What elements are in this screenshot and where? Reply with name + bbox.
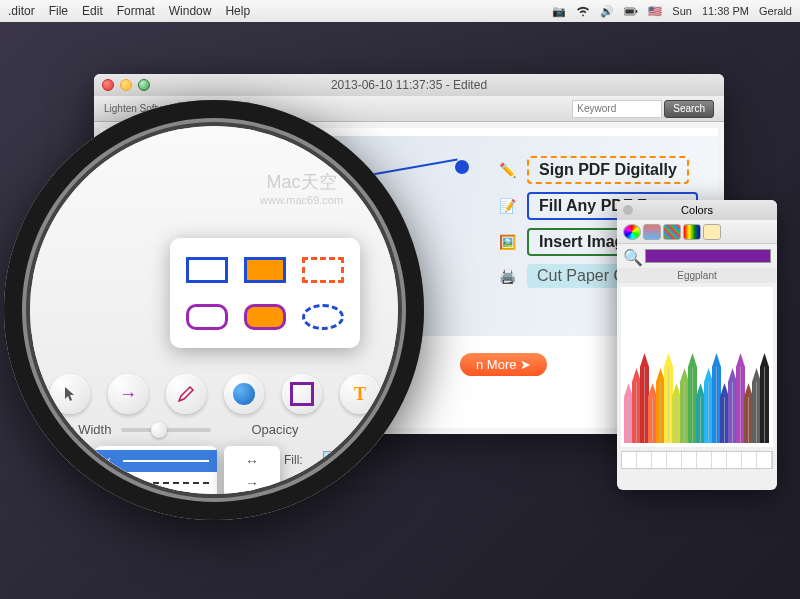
feature-sign: ✏️ Sign PDF Digitally [495, 156, 698, 184]
shape-rounded-outline[interactable] [182, 297, 232, 336]
color-pencils-tab[interactable] [703, 224, 721, 240]
color-sliders-tab[interactable] [643, 224, 661, 240]
colors-title: Colors [681, 204, 713, 216]
wifi-icon[interactable] [576, 4, 590, 18]
user-name[interactable]: Gerald [759, 5, 792, 17]
menu-help[interactable]: Help [225, 4, 250, 18]
minimize-button[interactable] [120, 79, 132, 91]
line-style-dropdown: ✓ [95, 446, 217, 494]
tool-row: → T [50, 374, 398, 414]
color-wheel-tab[interactable] [623, 224, 641, 240]
zoom-button[interactable] [138, 79, 150, 91]
color-palette-tab[interactable] [663, 224, 681, 240]
image-add-icon: 🖼️ [495, 230, 519, 254]
color-name-label: Eggplant [617, 268, 777, 283]
app-menu[interactable]: .ditor [8, 4, 35, 18]
camera-icon[interactable]: 📷 [552, 4, 566, 18]
arrow-style-dropdown: ↔ → — [224, 446, 280, 494]
search-input[interactable] [572, 100, 662, 118]
pencil-tool[interactable] [166, 374, 206, 414]
opacity-control: Opacicy [251, 422, 298, 437]
pencil-picker[interactable] [621, 287, 773, 447]
circle-tool[interactable] [224, 374, 264, 414]
arrow-tool[interactable]: → [108, 374, 148, 414]
stepper-value [69, 451, 95, 469]
colors-tabs [617, 220, 777, 244]
minus-icon[interactable]: − [51, 451, 69, 469]
menu-edit[interactable]: Edit [82, 4, 103, 18]
pencil-icon: ✏️ [495, 158, 519, 182]
shape-rect-dashed[interactable] [298, 250, 348, 289]
menubar: .ditor File Edit Format Window Help 📷 🔊 … [0, 0, 800, 22]
magnifier-icon[interactable]: 🔍 [623, 248, 639, 264]
flag-icon[interactable]: 🇺🇸 [648, 4, 662, 18]
line-style-dashdot[interactable] [95, 472, 217, 494]
clock-time[interactable]: 11:38 PM [702, 5, 749, 17]
menu-window[interactable]: Window [169, 4, 212, 18]
search-button[interactable]: Search [664, 100, 714, 118]
shape-rect-filled[interactable] [240, 250, 290, 289]
fill-color-swatch[interactable] [323, 451, 363, 469]
colors-panel: Colors 🔍 Eggplant [617, 200, 777, 490]
text-tool[interactable]: T [340, 374, 380, 414]
opacity-label: Opacicy [251, 422, 298, 437]
line-style-solid[interactable]: ✓ [95, 450, 217, 472]
arrow-right[interactable]: → [224, 472, 280, 494]
shape-rounded-filled[interactable] [240, 297, 290, 336]
swatch-row[interactable] [621, 451, 773, 469]
fill-label: Fill: [284, 453, 303, 467]
current-color-swatch[interactable] [645, 249, 771, 263]
clock-day[interactable]: Sun [672, 5, 692, 17]
svg-rect-2 [626, 9, 634, 13]
learn-more-button[interactable]: n More➤ [460, 353, 547, 376]
pointer-tool[interactable] [50, 374, 90, 414]
pointer-dot [455, 160, 469, 174]
rectangle-tool[interactable] [282, 374, 322, 414]
printer-icon: 🖨️ [495, 264, 519, 288]
color-spectrum-tab[interactable] [683, 224, 701, 240]
colors-header: Colors [617, 200, 777, 220]
edit-page-icon: 📝 [495, 194, 519, 218]
title-bar: 2013-06-10 11:37:35 - Edited [94, 74, 724, 96]
line-width-control: Line Width [50, 422, 211, 437]
menu-file[interactable]: File [49, 4, 68, 18]
check-icon: ✓ [103, 455, 115, 468]
shape-ellipse-dashed[interactable] [298, 297, 348, 336]
chevron-right-icon: ➤ [520, 357, 531, 372]
battery-icon[interactable] [624, 4, 638, 18]
line-width-slider[interactable] [121, 428, 211, 432]
window-title: 2013-06-10 11:37:35 - Edited [331, 78, 487, 92]
menu-format[interactable]: Format [117, 4, 155, 18]
feature-label: Sign PDF Digitally [527, 156, 689, 184]
close-button[interactable] [102, 79, 114, 91]
magnifier-lens: → T Line Width Opacicy − + [4, 100, 424, 520]
shape-rect-outline[interactable] [182, 250, 232, 289]
volume-icon[interactable]: 🔊 [600, 4, 614, 18]
close-icon[interactable] [623, 205, 633, 215]
svg-rect-1 [636, 10, 637, 13]
line-width-label: Line Width [50, 422, 111, 437]
arrow-both[interactable]: ↔ [224, 450, 280, 472]
shape-picker-popover [170, 238, 360, 348]
color-pencil[interactable] [760, 353, 769, 443]
